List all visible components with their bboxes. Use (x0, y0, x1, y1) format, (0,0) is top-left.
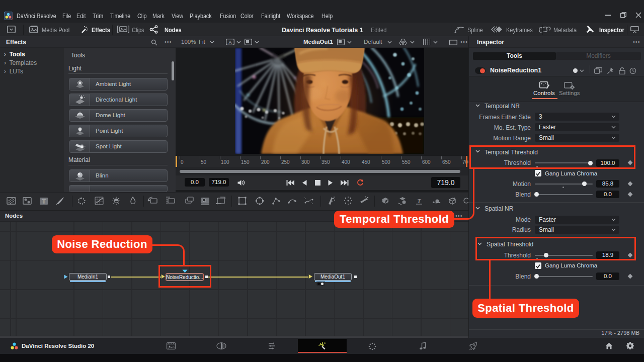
svg-text:T: T (417, 198, 421, 205)
svg-text:A: A (228, 40, 231, 45)
svg-text:T: T (42, 198, 46, 204)
